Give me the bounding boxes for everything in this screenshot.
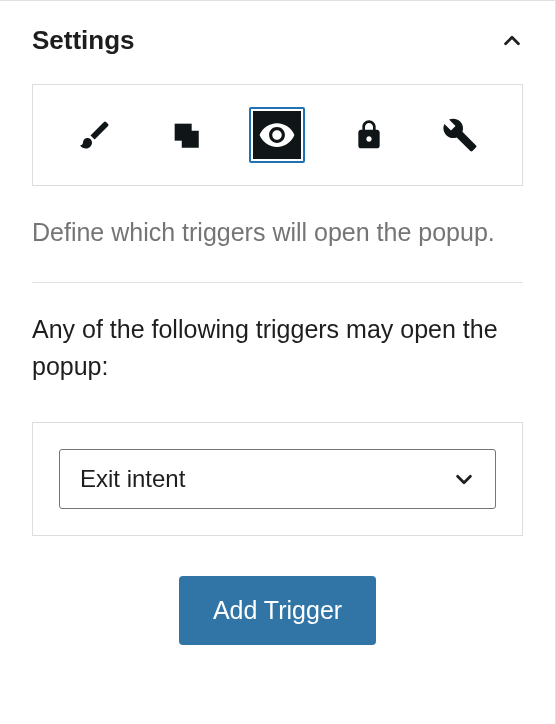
svg-rect-1 — [182, 131, 199, 148]
trigger-select-wrap: Exit intent — [59, 449, 496, 509]
chevron-down-icon — [453, 468, 475, 490]
trigger-type-select[interactable]: Exit intent — [59, 449, 496, 509]
layers-icon — [169, 118, 203, 152]
section-label: Any of the following triggers may open t… — [32, 311, 523, 386]
tab-advanced[interactable] — [432, 107, 488, 163]
wrench-icon — [442, 117, 478, 153]
trigger-list: Exit intent — [32, 422, 523, 536]
tab-display[interactable] — [158, 107, 214, 163]
brush-icon — [77, 117, 113, 153]
add-trigger-row: Add Trigger — [32, 576, 523, 645]
tab-rules[interactable] — [341, 107, 397, 163]
settings-panel-header[interactable]: Settings — [32, 1, 523, 84]
eye-icon — [258, 116, 296, 154]
lock-icon — [353, 119, 385, 151]
settings-tabs — [32, 84, 523, 186]
settings-panel: Settings — [0, 1, 555, 677]
tab-design[interactable] — [67, 107, 123, 163]
tab-description: Define which triggers will open the popu… — [32, 214, 523, 252]
chevron-up-icon — [501, 30, 523, 52]
add-trigger-button[interactable]: Add Trigger — [179, 576, 376, 645]
trigger-select-value: Exit intent — [80, 465, 185, 493]
panel-title: Settings — [32, 25, 135, 56]
tab-triggers[interactable] — [249, 107, 305, 163]
divider — [32, 282, 523, 283]
